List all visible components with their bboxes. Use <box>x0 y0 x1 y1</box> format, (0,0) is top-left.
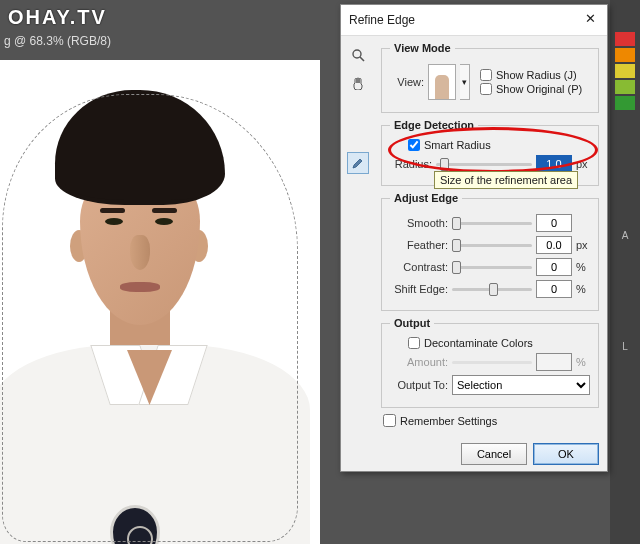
show-radius-checkbox[interactable] <box>480 69 492 81</box>
swatch-orange[interactable] <box>615 48 635 62</box>
feather-slider[interactable] <box>452 238 532 252</box>
radius-tooltip: Size of the refinement area <box>434 171 578 189</box>
watermark-text: OHAY.TV <box>8 6 107 29</box>
output-to-select[interactable]: Selection <box>452 375 590 395</box>
decontaminate-checkbox[interactable] <box>408 337 420 349</box>
shift-edge-input[interactable] <box>536 280 572 298</box>
edge-detection-group: Edge Detection Smart Radius Radius: px S… <box>381 119 599 186</box>
output-to-label: Output To: <box>390 379 448 391</box>
view-mode-group: View Mode View: ▾ Show Radius (J) Show O… <box>381 42 599 113</box>
shift-edge-unit: % <box>576 283 590 295</box>
decontaminate-label: Decontaminate Colors <box>424 337 533 349</box>
adjust-edge-group: Adjust Edge Smooth: Feather: px Contrast… <box>381 192 599 311</box>
feather-label: Feather: <box>390 239 448 251</box>
svg-point-0 <box>353 50 361 58</box>
view-label: View: <box>390 76 424 88</box>
swatch-green[interactable] <box>615 96 635 110</box>
amount-input <box>536 353 572 371</box>
radius-unit: px <box>576 158 590 170</box>
subject-image <box>0 90 300 544</box>
contrast-slider[interactable] <box>452 260 532 274</box>
right-panel: A L <box>610 0 640 544</box>
smart-radius-label: Smart Radius <box>424 139 491 151</box>
shift-edge-label: Shift Edge: <box>390 283 448 295</box>
canvas[interactable] <box>0 60 320 544</box>
edge-detection-legend: Edge Detection <box>390 119 478 131</box>
zoom-tool-icon[interactable] <box>347 44 369 66</box>
view-thumbnail[interactable] <box>428 64 456 100</box>
smooth-slider[interactable] <box>452 216 532 230</box>
show-original-label: Show Original (P) <box>496 83 582 95</box>
output-legend: Output <box>390 317 434 329</box>
show-radius-label: Show Radius (J) <box>496 69 577 81</box>
view-mode-legend: View Mode <box>390 42 455 54</box>
swatch-lime[interactable] <box>615 80 635 94</box>
radius-label: Radius: <box>390 158 432 170</box>
panel-label-a: A <box>610 230 640 241</box>
workspace <box>0 0 320 544</box>
feather-input[interactable] <box>536 236 572 254</box>
refine-edge-dialog: Refine Edge ✕ View Mode View: ▾ Show Rad… <box>340 4 608 472</box>
dialog-title: Refine Edge <box>349 13 415 27</box>
view-dropdown-icon[interactable]: ▾ <box>460 64 470 100</box>
amount-label: Amount: <box>390 356 448 368</box>
output-group: Output Decontaminate Colors Amount: % Ou… <box>381 317 599 408</box>
contrast-unit: % <box>576 261 590 273</box>
contrast-input[interactable] <box>536 258 572 276</box>
remember-settings-label: Remember Settings <box>400 415 497 427</box>
cancel-button[interactable]: Cancel <box>461 443 527 465</box>
adjust-edge-legend: Adjust Edge <box>390 192 462 204</box>
show-original-checkbox[interactable] <box>480 83 492 95</box>
dialog-titlebar[interactable]: Refine Edge ✕ <box>341 5 607 36</box>
hand-tool-icon[interactable] <box>347 72 369 94</box>
document-zoom-info: g @ 68.3% (RGB/8) <box>4 34 111 48</box>
smooth-input[interactable] <box>536 214 572 232</box>
contrast-label: Contrast: <box>390 261 448 273</box>
amount-slider <box>452 355 532 369</box>
remember-settings-checkbox[interactable] <box>383 414 396 427</box>
smart-radius-checkbox[interactable] <box>408 139 420 151</box>
swatch-yellow[interactable] <box>615 64 635 78</box>
feather-unit: px <box>576 239 590 251</box>
close-icon[interactable]: ✕ <box>581 11 599 29</box>
panel-label-l: L <box>610 341 640 352</box>
svg-line-1 <box>360 57 364 61</box>
swatch-red[interactable] <box>615 32 635 46</box>
amount-unit: % <box>576 356 590 368</box>
shift-edge-slider[interactable] <box>452 282 532 296</box>
smooth-label: Smooth: <box>390 217 448 229</box>
radius-slider[interactable] <box>436 157 532 171</box>
refine-brush-tool-icon[interactable] <box>347 152 369 174</box>
ok-button[interactable]: OK <box>533 443 599 465</box>
